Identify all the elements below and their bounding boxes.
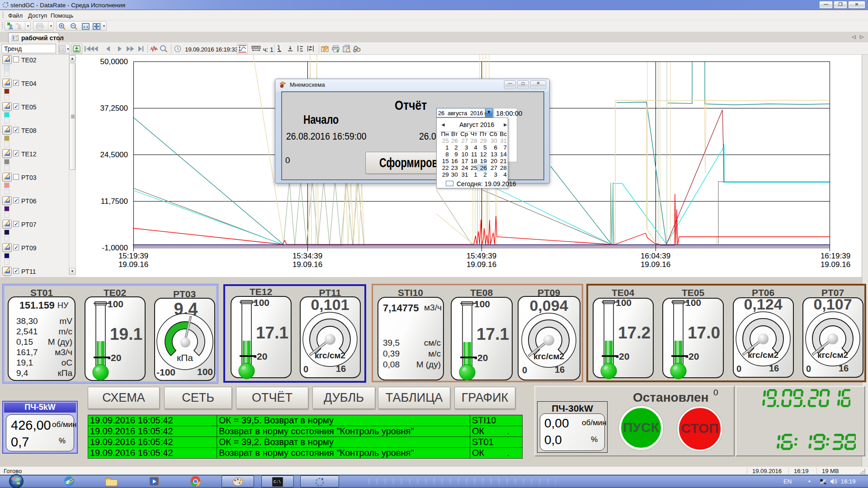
svg-text:кПа: кПа — [177, 352, 193, 363]
svg-text:C:\: C:\ — [274, 480, 281, 484]
svg-text:100: 100 — [254, 297, 269, 308]
svg-text:100: 100 — [616, 297, 632, 308]
svg-text:-100: -100 — [156, 367, 175, 377]
svg-text:50,0000: 50,0000 — [100, 57, 128, 66]
svg-text:16: 16 — [839, 363, 849, 373]
svg-text:11,7500: 11,7500 — [101, 197, 128, 206]
svg-text:e: e — [66, 478, 70, 485]
svg-text:0,124: 0,124 — [744, 296, 782, 313]
svg-text:-20: -20 — [474, 352, 488, 363]
svg-text:15:19:39: 15:19:39 — [118, 252, 148, 260]
svg-text:кгс/см2: кгс/см2 — [748, 350, 778, 360]
svg-text:19.1: 19.1 — [110, 325, 142, 343]
svg-text:1:1: 1:1 — [83, 25, 89, 29]
svg-text:16: 16 — [555, 365, 565, 375]
svg-text:19.09.16: 19.09.16 — [821, 260, 850, 269]
svg-text:-20: -20 — [254, 351, 267, 361]
svg-text:-1,0000: -1,0000 — [102, 244, 128, 252]
svg-text:кгс/см2: кгс/см2 — [315, 351, 345, 360]
svg-text:16: 16 — [769, 363, 779, 373]
svg-text:19.09.16: 19.09.16 — [641, 260, 670, 269]
svg-text:0: 0 — [303, 364, 308, 374]
svg-text:17.2: 17.2 — [618, 324, 651, 342]
svg-text:100: 100 — [474, 299, 490, 309]
svg-text:100: 100 — [108, 299, 123, 309]
svg-text:16:19:39: 16:19:39 — [821, 252, 850, 260]
svg-text:-20: -20 — [108, 352, 121, 363]
svg-text:24,5000: 24,5000 — [100, 150, 128, 159]
svg-text:100: 100 — [685, 297, 701, 308]
svg-text:16:04:39: 16:04:39 — [641, 252, 670, 260]
svg-text:кгс/см2: кгс/см2 — [533, 352, 564, 361]
svg-text:16: 16 — [336, 364, 346, 374]
svg-text:17.1: 17.1 — [256, 324, 288, 342]
svg-text:17.0: 17.0 — [688, 324, 720, 342]
svg-text:19.09.16: 19.09.16 — [118, 260, 148, 269]
svg-text:-20: -20 — [685, 351, 699, 361]
svg-text:15:49:39: 15:49:39 — [467, 252, 496, 260]
svg-text:0,101: 0,101 — [311, 296, 349, 313]
svg-text:-20: -20 — [616, 351, 629, 361]
svg-text:19.09.16: 19.09.16 — [467, 260, 496, 269]
svg-text:кгс/см2: кгс/см2 — [817, 350, 848, 360]
svg-text:0: 0 — [806, 364, 811, 374]
svg-text:0: 0 — [736, 364, 741, 374]
svg-text:0: 0 — [522, 365, 527, 375]
svg-text:37,2500: 37,2500 — [100, 104, 128, 113]
svg-text:0,107: 0,107 — [813, 296, 852, 313]
svg-text:15:34:39: 15:34:39 — [292, 252, 322, 260]
svg-text:100: 100 — [197, 366, 213, 377]
svg-text:19.09.16: 19.09.16 — [292, 260, 322, 269]
svg-text:17.1: 17.1 — [476, 325, 509, 343]
svg-text:0,094: 0,094 — [529, 297, 568, 314]
